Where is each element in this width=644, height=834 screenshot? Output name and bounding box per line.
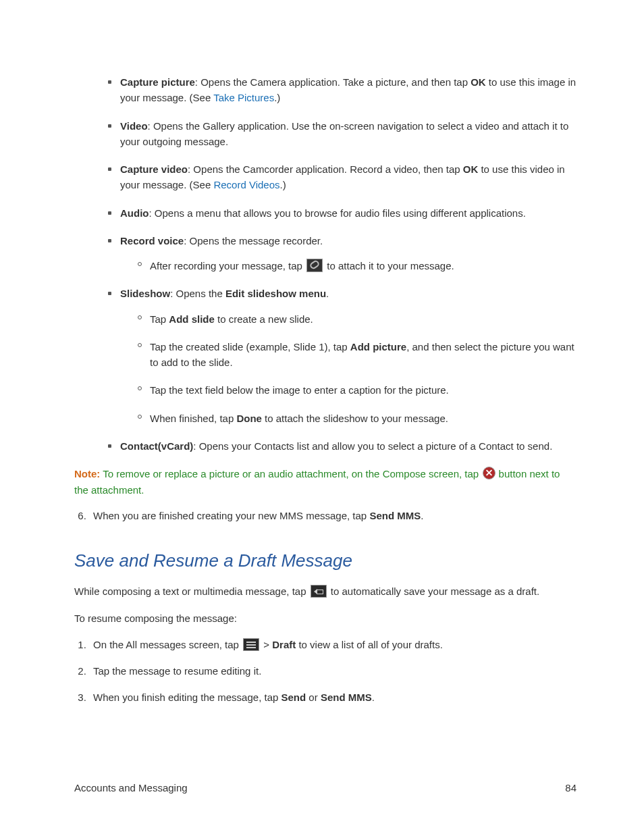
step-6: When you are finished creating your new …: [89, 508, 576, 523]
option-capture-picture: Capture picture: Opens the Camera applic…: [108, 74, 576, 106]
sub-text: to create a new slide.: [215, 313, 313, 325]
option-text: .: [326, 288, 329, 299]
document-page: Capture picture: Opens the Camera applic…: [0, 0, 644, 834]
attach-icon: [306, 259, 323, 272]
option-label: Record voice: [120, 235, 184, 246]
ok-label: OK: [463, 163, 479, 175]
footer-section-title: Accounts and Messaging: [74, 782, 188, 793]
resume-step-3: When you finish editing the message, tap…: [89, 689, 576, 705]
note-block: Note: To remove or replace a picture or …: [74, 466, 576, 498]
sub-text: to attach it to your message.: [324, 260, 454, 271]
step-text: Tap the message to resume editing it.: [93, 665, 261, 677]
step-text: .: [372, 692, 375, 703]
section-heading-save-resume-draft: Save and Resume a Draft Message: [74, 550, 576, 571]
sub-text: Tap the text field below the image to en…: [150, 384, 449, 396]
add-picture-label: Add picture: [350, 341, 406, 353]
option-slideshow: Slideshow: Opens the Edit slideshow menu…: [108, 286, 576, 426]
step-text: >: [261, 639, 272, 650]
option-text: .): [274, 92, 280, 103]
resume-step-2: Tap the message to resume editing it.: [89, 663, 576, 679]
steps-list-continued: When you are finished creating your new …: [74, 508, 576, 523]
step-text: or: [306, 692, 321, 703]
option-capture-video: Capture video: Opens the Camcorder appli…: [108, 161, 576, 193]
sub-text: When finished, tap: [150, 413, 236, 424]
slideshow-sublist: Tap Add slide to create a new slide. Tap…: [120, 311, 576, 426]
intro-text: While composing a text or multimedia mes…: [74, 585, 309, 597]
step-text: When you are finished creating your new …: [93, 510, 369, 521]
option-text: : Opens a menu that allows you to browse…: [149, 207, 526, 219]
edit-slideshow-menu-label: Edit slideshow menu: [225, 288, 326, 299]
note-text: To remove or replace a picture or an aud…: [100, 468, 481, 479]
step-text: to view a list of all of your drafts.: [296, 639, 443, 650]
sub-text: Tap: [150, 313, 169, 325]
option-text: : Opens the Camcorder application. Recor…: [188, 163, 463, 175]
menu-icon: [243, 638, 259, 651]
draft-label: Draft: [272, 639, 296, 650]
record-videos-link[interactable]: Record Videos: [213, 179, 279, 190]
option-contact-vcard: Contact(vCard): Opens your Contacts list…: [108, 438, 576, 454]
step-text: When you finish editing the message, tap: [93, 692, 281, 703]
record-voice-sub-item: After recording your message, tap to att…: [138, 258, 576, 273]
option-record-voice: Record voice: Opens the message recorder…: [108, 233, 576, 274]
slideshow-sub-item: Tap Add slide to create a new slide.: [138, 311, 576, 327]
record-voice-sublist: After recording your message, tap to att…: [120, 258, 576, 273]
option-video: Video: Opens the Gallery application. Us…: [108, 118, 576, 150]
option-audio: Audio: Opens a menu that allows you to b…: [108, 205, 576, 221]
intro-text: to automatically save your message as a …: [328, 585, 539, 597]
take-pictures-link[interactable]: Take Pictures: [213, 92, 274, 103]
note-label: Note:: [74, 468, 100, 479]
page-number: 84: [565, 782, 576, 793]
resume-intro: To resume composing the message:: [74, 610, 576, 626]
resume-steps-list: On the All messages screen, tap > Draft …: [74, 637, 576, 706]
step-text: .: [421, 510, 423, 521]
option-text: : Opens your Contacts list and allow you…: [193, 440, 552, 452]
add-slide-label: Add slide: [169, 313, 215, 325]
slideshow-sub-item: Tap the text field below the image to en…: [138, 382, 576, 398]
attachment-options-list: Capture picture: Opens the Camera applic…: [74, 74, 576, 454]
done-label: Done: [236, 413, 262, 424]
page-footer: Accounts and Messaging 84: [74, 782, 576, 793]
send-label: Send: [281, 692, 306, 703]
option-text: : Opens the message recorder.: [184, 235, 323, 246]
sub-text: to attach the slideshow to your message.: [262, 413, 448, 424]
slideshow-sub-item: Tap the created slide (example, Slide 1)…: [138, 339, 576, 371]
option-label: Capture video: [120, 163, 188, 175]
step-text: On the All messages screen, tap: [93, 639, 242, 650]
option-label: Contact(vCard): [120, 440, 193, 452]
option-text: : Opens the Gallery application. Use the…: [120, 120, 568, 147]
option-text: : Opens the Camera application. Take a p…: [195, 76, 471, 88]
option-label: Slideshow: [120, 288, 170, 299]
option-label: Capture picture: [120, 76, 195, 88]
resume-step-1: On the All messages screen, tap > Draft …: [89, 637, 576, 652]
send-mms-label: Send MMS: [369, 510, 421, 521]
remove-icon: [483, 467, 495, 479]
slideshow-sub-item: When finished, tap Done to attach the sl…: [138, 411, 576, 426]
draft-intro: While composing a text or multimedia mes…: [74, 583, 576, 599]
option-text: : Opens the: [170, 288, 225, 299]
option-text: .): [280, 179, 286, 190]
option-label: Audio: [120, 207, 149, 219]
ok-label: OK: [471, 76, 486, 88]
back-icon: [311, 585, 327, 598]
option-label: Video: [120, 120, 148, 132]
sub-text: After recording your message, tap: [150, 260, 305, 271]
sub-text: Tap the created slide (example, Slide 1)…: [150, 341, 350, 353]
send-mms-label: Send MMS: [321, 692, 372, 703]
